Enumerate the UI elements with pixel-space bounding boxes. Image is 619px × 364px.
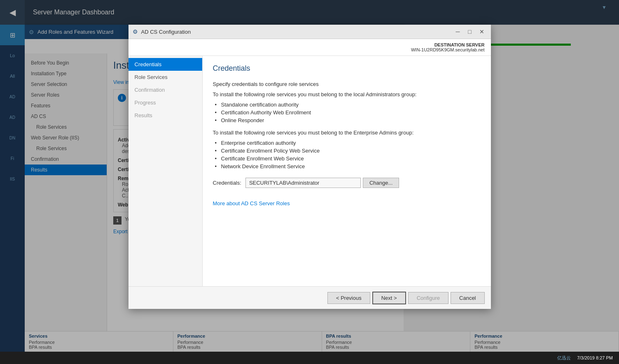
enterprise-admin-item-1: Enterprise certification authority	[221, 140, 481, 146]
modal-nav-progress[interactable]: Progress	[128, 96, 202, 109]
change-button[interactable]: Change...	[363, 178, 399, 188]
taskbar: 亿迅云 7/3/2019 8:27 PM	[0, 352, 619, 364]
local-admin-item-2: Certification Authority Web Enrollment	[221, 109, 481, 116]
modal-footer: < Previous Next > Configure Cancel	[128, 286, 491, 309]
modal-nav-credentials[interactable]: Credentials	[128, 58, 202, 71]
credentials-row: Credentials: Change...	[213, 178, 481, 188]
modal-close-button[interactable]: ✕	[477, 27, 487, 37]
modal-nav-role-services[interactable]: Role Services	[128, 71, 202, 83]
credentials-title: Credentials	[213, 64, 481, 73]
credentials-input[interactable]	[245, 178, 361, 188]
modal-icon: ⚙	[133, 28, 138, 35]
local-admin-item-3: Online Responder	[221, 117, 481, 123]
taskbar-icon: 亿迅云	[557, 355, 571, 361]
configure-button[interactable]: Configure	[408, 292, 448, 304]
local-admin-item-1: Standalone certification authority	[221, 102, 481, 108]
previous-button[interactable]: < Previous	[327, 292, 370, 304]
enterprise-admin-item-4: Network Device Enrollment Service	[221, 163, 481, 169]
modal-maximize-button[interactable]: □	[465, 27, 475, 37]
modal-titlebar: ⚙ AD CS Configuration ─ □ ✕	[128, 25, 491, 39]
destination-server-label: DESTINATION SERVER	[135, 42, 485, 47]
next-button[interactable]: Next >	[372, 292, 406, 304]
enterprise-admin-item-2: Certificate Enrollment Policy Web Servic…	[221, 148, 481, 154]
local-admins-text: To install the following role services y…	[213, 91, 481, 97]
modal-content: Credentials Specify credentials to confi…	[203, 56, 491, 286]
modal-nav-confirmation[interactable]: Confirmation	[128, 83, 202, 96]
ad-cs-modal: ⚙ AD CS Configuration ─ □ ✕ DESTINATION …	[128, 25, 491, 309]
modal-minimize-button[interactable]: ─	[453, 27, 463, 37]
modal-body: Credentials Role Services Confirmation P…	[128, 56, 491, 286]
modal-window-controls: ─ □ ✕	[453, 27, 487, 37]
destination-server-bar: DESTINATION SERVER WIN-1U2RD95K9GM.secur…	[128, 39, 491, 56]
taskbar-time: 7/3/2019 8:27 PM	[577, 355, 613, 360]
enterprise-admins-list: Enterprise certification authority Certi…	[221, 140, 481, 169]
credentials-label: Credentials:	[213, 180, 241, 186]
specify-credentials-desc: Specify credentials to configure role se…	[213, 81, 481, 87]
modal-nav: Credentials Role Services Confirmation P…	[128, 56, 203, 286]
destination-server-name: WIN-1U2RD95K9GM.securitylab.net	[135, 47, 485, 52]
more-about-link[interactable]: More about AD CS Server Roles	[213, 200, 481, 206]
modal-overlay: ⚙ AD CS Configuration ─ □ ✕ DESTINATION …	[0, 0, 619, 364]
enterprise-admins-text: To install the following role services y…	[213, 130, 481, 136]
modal-nav-results[interactable]: Results	[128, 109, 202, 122]
modal-title: AD CS Configuration	[141, 29, 453, 35]
enterprise-admin-item-3: Certificate Enrollment Web Service	[221, 155, 481, 162]
cancel-button[interactable]: Cancel	[451, 292, 484, 304]
local-admins-list: Standalone certification authority Certi…	[221, 102, 481, 123]
